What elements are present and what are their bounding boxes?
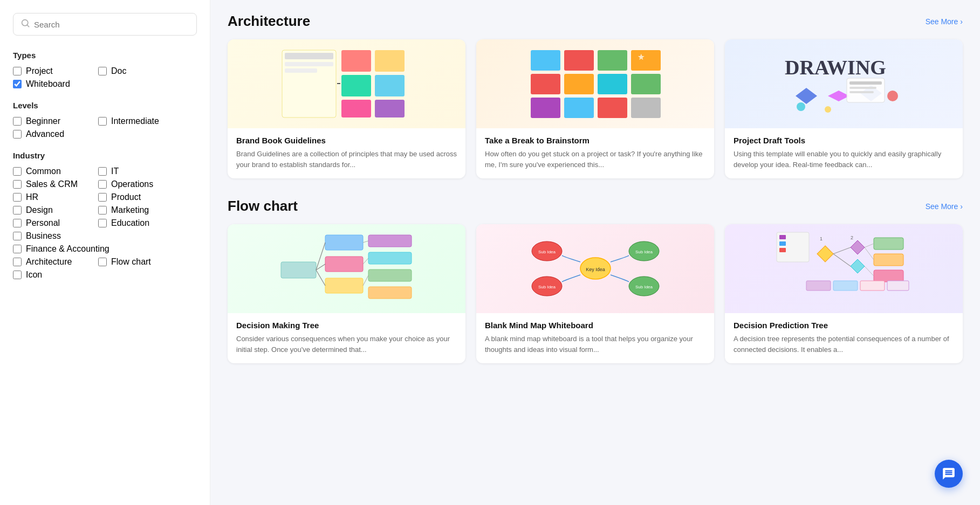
industry-flowchart[interactable]: Flow chart	[98, 257, 174, 267]
card-decision-tree-body: Decision Making Tree Consider various co…	[228, 313, 465, 363]
type-project[interactable]: Project	[13, 66, 88, 76]
card-mind-map[interactable]: Key Idea Sub Idea Sub Idea Sub Idea Sub …	[476, 224, 714, 363]
industry-hr-label: HR	[26, 192, 38, 202]
industry-flowchart-label: Flow chart	[111, 257, 151, 267]
svg-line-50	[363, 275, 368, 286]
svg-rect-20	[631, 74, 661, 94]
industry-business-checkbox[interactable]	[13, 232, 22, 240]
industry-marketing-checkbox[interactable]	[98, 206, 107, 215]
levels-title: Levels	[13, 101, 197, 110]
svg-rect-35	[849, 87, 876, 89]
industry-sales-checkbox[interactable]	[13, 180, 22, 189]
svg-rect-63	[779, 241, 786, 246]
svg-marker-65	[817, 246, 833, 262]
industry-architecture[interactable]: Architecture	[13, 257, 88, 267]
architecture-see-more[interactable]: See More ›	[926, 17, 963, 26]
svg-rect-15	[598, 50, 627, 71]
svg-line-74	[865, 247, 874, 260]
industry-it[interactable]: IT	[98, 167, 174, 176]
svg-rect-8	[341, 75, 371, 96]
industry-education-label: Education	[111, 218, 149, 228]
industry-finance[interactable]: Finance & Accounting	[13, 244, 121, 254]
industry-flowchart-checkbox[interactable]	[98, 258, 107, 266]
search-input[interactable]	[34, 20, 189, 29]
industry-finance-checkbox[interactable]	[13, 245, 22, 253]
industry-design-label: Design	[26, 205, 53, 215]
industry-business[interactable]: Business	[13, 231, 88, 241]
svg-rect-41	[368, 235, 412, 247]
svg-text:2: 2	[851, 235, 853, 240]
industry-hr[interactable]: HR	[13, 192, 88, 202]
industry-sales[interactable]: Sales & CRM	[13, 179, 88, 189]
industry-operations-checkbox[interactable]	[98, 180, 107, 189]
type-project-checkbox[interactable]	[13, 67, 22, 75]
svg-point-30	[887, 91, 898, 101]
level-beginner-label: Beginner	[26, 116, 60, 126]
svg-text:Key Idea: Key Idea	[586, 267, 605, 272]
level-advanced[interactable]: Advanced	[13, 129, 88, 139]
industry-architecture-checkbox[interactable]	[13, 258, 22, 266]
chat-button[interactable]	[935, 460, 963, 488]
industry-personal[interactable]: Personal	[13, 218, 88, 228]
svg-line-45	[316, 243, 325, 270]
type-whiteboard[interactable]: Whiteboard	[13, 79, 88, 89]
industry-architecture-label: Architecture	[26, 257, 72, 267]
industry-product-checkbox[interactable]	[98, 193, 107, 202]
card-brainstorm-image	[476, 39, 714, 128]
svg-line-48	[363, 241, 368, 243]
main-content: Architecture See More ›	[210, 0, 980, 505]
card-prediction-tree-title: Decision Prediction Tree	[734, 321, 954, 330]
svg-rect-7	[375, 50, 405, 72]
industry-marketing[interactable]: Marketing	[98, 205, 174, 215]
industry-design-checkbox[interactable]	[13, 206, 22, 215]
type-doc-checkbox[interactable]	[98, 67, 107, 75]
industry-icon[interactable]: Icon	[13, 270, 88, 280]
industry-common[interactable]: Common	[13, 167, 88, 176]
industry-design[interactable]: Design	[13, 205, 88, 215]
industry-business-label: Business	[26, 231, 61, 241]
level-beginner-checkbox[interactable]	[13, 117, 22, 126]
svg-rect-10	[341, 100, 371, 117]
industry-education-checkbox[interactable]	[98, 219, 107, 227]
level-intermediate-checkbox[interactable]	[98, 117, 107, 126]
svg-rect-2	[282, 50, 336, 117]
industry-icon-checkbox[interactable]	[13, 271, 22, 279]
svg-rect-19	[598, 74, 627, 94]
svg-rect-78	[806, 281, 831, 290]
card-brainstorm-title: Take a Break to Brainstorm	[485, 136, 705, 145]
svg-rect-21	[531, 98, 560, 118]
svg-rect-14	[564, 50, 594, 71]
level-intermediate[interactable]: Intermediate	[98, 116, 174, 126]
search-box[interactable]	[13, 13, 197, 36]
card-brand-book[interactable]: Brand Book Guidelines Brand Guidelines a…	[228, 39, 465, 178]
type-whiteboard-checkbox[interactable]	[13, 80, 22, 88]
industry-common-checkbox[interactable]	[13, 167, 22, 176]
card-project-draft[interactable]: DRAWING Project Dr	[725, 39, 963, 178]
industry-education[interactable]: Education	[98, 218, 174, 228]
svg-text:Sub Idea: Sub Idea	[635, 285, 653, 289]
industry-hr-checkbox[interactable]	[13, 193, 22, 202]
industry-it-checkbox[interactable]	[98, 167, 107, 176]
flowchart-see-more[interactable]: See More ›	[926, 202, 963, 211]
card-project-draft-image: DRAWING	[725, 39, 963, 128]
svg-text:Sub Idea: Sub Idea	[635, 250, 653, 254]
svg-rect-16	[631, 50, 661, 71]
type-doc[interactable]: Doc	[98, 66, 174, 76]
level-advanced-checkbox[interactable]	[13, 130, 22, 139]
industry-product[interactable]: Product	[98, 192, 174, 202]
svg-rect-44	[368, 287, 412, 299]
card-prediction-tree[interactable]: 1 2 Decision Prediction Tree A decision …	[725, 224, 963, 363]
industry-operations[interactable]: Operations	[98, 179, 174, 189]
search-icon	[21, 19, 30, 30]
card-brainstorm[interactable]: Take a Break to Brainstorm How often do …	[476, 39, 714, 178]
level-beginner[interactable]: Beginner	[13, 116, 88, 126]
card-brainstorm-desc: How often do you get stuck on a project …	[485, 149, 705, 170]
svg-rect-36	[849, 91, 874, 93]
architecture-cards: Brand Book Guidelines Brand Guidelines a…	[228, 39, 963, 178]
card-decision-tree[interactable]: Decision Making Tree Consider various co…	[228, 224, 465, 363]
svg-rect-23	[598, 98, 627, 118]
svg-marker-28	[828, 91, 849, 101]
card-brand-book-desc: Brand Guidelines are a collection of pri…	[236, 149, 457, 170]
svg-text:DRAWING: DRAWING	[785, 56, 886, 79]
industry-personal-checkbox[interactable]	[13, 219, 22, 227]
